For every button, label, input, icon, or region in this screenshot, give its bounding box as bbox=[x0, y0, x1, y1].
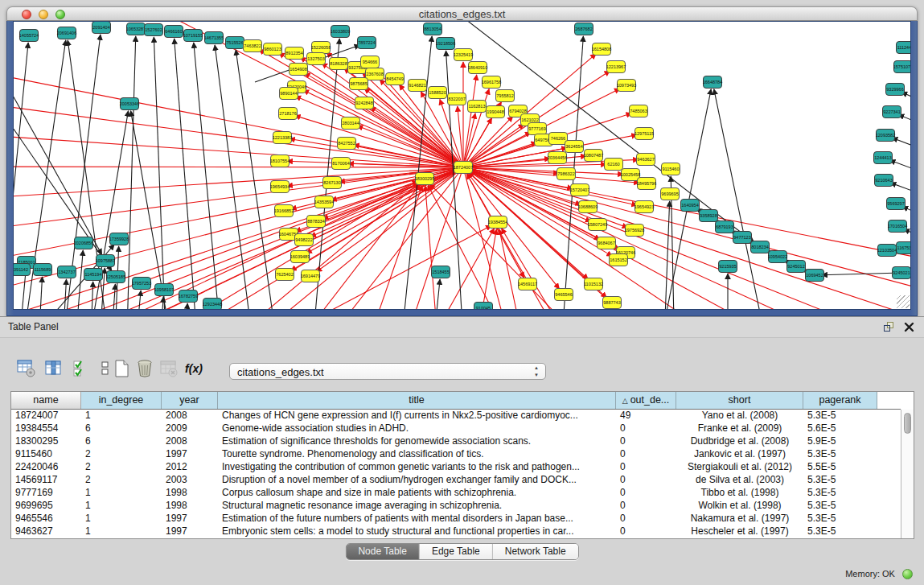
graph-node[interactable]: 1654908 bbox=[290, 64, 308, 76]
table-dropdown[interactable]: citations_edges.txt ▲▼ bbox=[229, 363, 546, 380]
graph-node[interactable]: 1342737 bbox=[58, 266, 76, 278]
graph-node[interactable]: 8912354 bbox=[285, 47, 304, 60]
graph-node[interactable]: 10958107 bbox=[154, 284, 174, 296]
graph-node[interactable]: 10975887 bbox=[96, 255, 115, 267]
table-settings-icon[interactable] bbox=[16, 359, 37, 380]
graph-node[interactable]: 9477123 bbox=[733, 232, 752, 244]
graph-node[interactable]: 1145194 bbox=[84, 269, 103, 281]
graph-node[interactable]: 1069452 bbox=[806, 270, 824, 282]
graph-node[interactable]: 2803144 bbox=[342, 117, 360, 130]
graph-node[interactable]: 18640910 bbox=[468, 62, 487, 74]
graph-node[interactable]: 1990448 bbox=[487, 106, 505, 118]
graph-node[interactable]: 954666 bbox=[361, 56, 380, 68]
graph-node[interactable]: 8427552 bbox=[338, 138, 356, 150]
column-settings-icon[interactable] bbox=[43, 359, 64, 380]
graph-node[interactable]: 9463627 bbox=[637, 154, 655, 166]
minimize-window-button[interactable] bbox=[39, 10, 48, 19]
graph-node[interactable]: 7857224 bbox=[358, 37, 376, 49]
graph-node[interactable]: 9890144 bbox=[280, 88, 298, 100]
table-row[interactable]: 946362711997Embryonic stem cells: a mode… bbox=[11, 525, 901, 538]
column-header-in-degree[interactable]: in_degree bbox=[81, 392, 162, 409]
graph-node[interactable]: 20206856 bbox=[74, 237, 93, 249]
graph-node[interactable]: 12103504 bbox=[877, 245, 897, 257]
graph-node[interactable]: 17957253 bbox=[132, 278, 151, 290]
graph-node[interactable]: 10719155 bbox=[183, 30, 203, 42]
graph-node[interactable]: 1640954 bbox=[681, 200, 700, 212]
graph-node[interactable]: 12093582 bbox=[876, 130, 895, 142]
graph-node[interactable]: 18495796 bbox=[637, 178, 656, 190]
graph-node[interactable]: 2718176 bbox=[279, 108, 298, 120]
graph-node[interactable]: 20691406 bbox=[57, 27, 76, 39]
column-header-out-de-[interactable]: △out_de... bbox=[616, 392, 676, 409]
graph-node[interactable]: 10807487 bbox=[584, 150, 603, 162]
graph-node[interactable]: 17359928 bbox=[109, 233, 129, 245]
graph-node[interactable]: 9115460 bbox=[662, 163, 680, 175]
graph-node[interactable]: 12975115 bbox=[634, 128, 654, 140]
table-row[interactable]: 969969511998Structural magnetic resonanc… bbox=[11, 500, 901, 513]
graph-node[interactable]: 20053346 bbox=[120, 98, 139, 110]
graph-node[interactable]: 9465546 bbox=[555, 289, 573, 301]
graph-node[interactable]: 16914479 bbox=[301, 270, 320, 282]
column-header-pagerank[interactable]: pagerank bbox=[803, 392, 877, 409]
graph-node[interactable]: 19166852 bbox=[274, 205, 294, 217]
graph-node[interactable]: 10954022 bbox=[768, 251, 787, 263]
graph-node[interactable]: 7986322 bbox=[557, 168, 576, 180]
graph-node[interactable]: 18300295 bbox=[415, 173, 434, 185]
graph-node[interactable]: 1112448 bbox=[897, 42, 912, 54]
graph-node[interactable]: 15807249 bbox=[588, 219, 607, 231]
graph-node[interactable]: 1327503 bbox=[307, 53, 326, 65]
graph-node[interactable]: 8454749 bbox=[386, 73, 405, 85]
zoom-window-button[interactable] bbox=[55, 10, 65, 19]
graph-node[interactable]: 19654923 bbox=[634, 201, 654, 213]
new-table-icon[interactable] bbox=[112, 359, 133, 380]
graph-node[interactable]: 6466160 bbox=[165, 26, 183, 38]
graph-node[interactable]: 18107554 bbox=[270, 155, 290, 167]
table-row[interactable]: 2242004622012Investigating the contribut… bbox=[11, 461, 901, 474]
row-selection-icon[interactable] bbox=[71, 359, 92, 380]
table-row[interactable]: 1938455462009Genome-wide association stu… bbox=[11, 422, 901, 435]
graph-node[interactable]: 16648784 bbox=[703, 76, 722, 89]
graph-node[interactable]: 9684067 bbox=[598, 237, 616, 249]
graph-node[interactable]: 9227341 bbox=[883, 106, 901, 118]
graph-node[interactable]: 15226058 bbox=[311, 42, 331, 54]
graph-node[interactable]: 15720407 bbox=[570, 184, 589, 196]
tab-network-table[interactable]: Network Table bbox=[493, 544, 578, 559]
graph-node[interactable]: 2687682 bbox=[575, 23, 593, 35]
graph-node[interactable]: 15751074 bbox=[893, 61, 911, 73]
graph-node[interactable]: 7463822 bbox=[244, 40, 262, 52]
graph-node[interactable]: 10653287 bbox=[126, 23, 146, 35]
graph-node[interactable]: 8186328 bbox=[330, 58, 348, 70]
graph-node[interactable]: 391142 bbox=[14, 264, 31, 276]
graph-node[interactable]: 8267130 bbox=[323, 177, 342, 189]
graph-node[interactable]: 1162813 bbox=[468, 101, 487, 113]
float-panel-icon[interactable] bbox=[884, 322, 895, 332]
delete-table-icon[interactable] bbox=[134, 359, 155, 380]
graph-node[interactable]: 1115689 bbox=[34, 264, 52, 276]
network-canvas[interactable]: 1405572420691406209140410653287152760264… bbox=[13, 21, 911, 310]
tab-edge-table[interactable]: Edge Table bbox=[420, 544, 493, 559]
table-row[interactable]: 1830029562008Estimation of significance … bbox=[11, 435, 901, 448]
graph-node[interactable]: 9210643 bbox=[875, 175, 893, 187]
graph-node[interactable]: 1615152 bbox=[610, 254, 628, 266]
graph-node[interactable]: 10973493 bbox=[617, 80, 636, 92]
graph-node[interactable]: 9777169 bbox=[528, 123, 547, 135]
graph-node[interactable]: 3624554 bbox=[565, 141, 584, 153]
graph-node[interactable]: 1167533 bbox=[897, 242, 912, 254]
graph-node[interactable]: 11015132 bbox=[584, 278, 603, 290]
graph-node[interactable]: 9875685 bbox=[350, 78, 368, 90]
graph-node[interactable]: 14671355 bbox=[204, 32, 224, 44]
graph-node[interactable]: 1527602 bbox=[145, 24, 163, 36]
window-titlebar[interactable]: citations_edges.txt bbox=[6, 6, 918, 21]
graph-node[interactable]: 12213383 bbox=[273, 132, 292, 144]
function-builder-icon[interactable]: f(x) bbox=[183, 359, 204, 380]
graph-node[interactable]: 1518455 bbox=[432, 266, 450, 278]
graph-node[interactable]: 9860123 bbox=[264, 43, 282, 56]
graph-node[interactable]: 10688609 bbox=[578, 201, 598, 213]
table-row[interactable]: 977716911998Corpus callosum shape and si… bbox=[11, 487, 901, 500]
graph-node[interactable]: 9887743 bbox=[603, 297, 622, 309]
graph-node[interactable]: 9245012 bbox=[787, 261, 806, 273]
graph-node[interactable]: 8878334 bbox=[307, 216, 326, 228]
graph-node[interactable]: 19654934 bbox=[270, 181, 290, 193]
graph-node[interactable]: 9358928 bbox=[700, 210, 718, 222]
scrollbar-thumb[interactable] bbox=[904, 413, 911, 434]
